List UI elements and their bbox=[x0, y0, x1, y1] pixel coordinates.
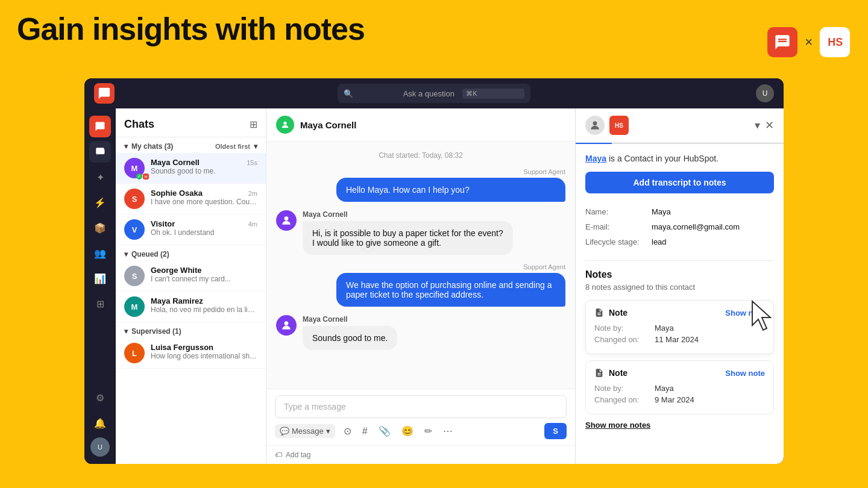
svg-point-4 bbox=[285, 321, 289, 325]
sidebar-item-messages[interactable] bbox=[89, 141, 111, 163]
note-2-changed-row: Changed on: 9 Mar 2024 bbox=[594, 395, 765, 404]
circle-icon-btn[interactable]: ⊙ bbox=[341, 423, 354, 439]
input-toolbar: 💬 Message ▾ ⊙ # 📎 😊 ✏ ⋯ S bbox=[275, 423, 567, 439]
agent-label-1: Support Agent bbox=[276, 168, 565, 175]
agent-msg-1: Support Agent Hello Maya. How can I help… bbox=[276, 168, 565, 202]
sidebar-item-analytics[interactable]: 📊 bbox=[89, 267, 111, 289]
maya-ramirez-info: Maya Ramirez Hola, no veo mi pedido en l… bbox=[151, 296, 257, 317]
note-1-changed-row: Changed on: 11 Mar 2024 bbox=[594, 335, 765, 344]
notes-subtitle: 8 notes assigned to this contact bbox=[585, 283, 774, 292]
right-panel: HS ▾ ✕ Maya is a Contact in your HubSpot… bbox=[576, 108, 784, 464]
search-placeholder: Ask a question bbox=[403, 89, 458, 98]
rp-contact-link[interactable]: Maya bbox=[585, 154, 606, 163]
chat-header-name: Maya Cornell bbox=[300, 120, 356, 130]
sort-dropdown[interactable]: Oldest first bbox=[215, 143, 250, 150]
chat-item-maya-cornell[interactable]: M ✓ H Maya Cornell 15s Sounds good to me… bbox=[116, 153, 266, 184]
note-1-meta: Note by: Maya Changed on: 11 Mar 2024 bbox=[594, 324, 765, 344]
filter-icon[interactable]: ⊞ bbox=[250, 119, 257, 130]
show-note-1-link[interactable]: Show note bbox=[725, 308, 765, 318]
luisa-fergusson-info: Luisa Fergusson How long does internatio… bbox=[151, 343, 257, 363]
sidebar-item-contacts[interactable]: 👥 bbox=[89, 242, 111, 264]
customer-avatar-2 bbox=[276, 315, 297, 336]
agent-bubble-2: We have the option of purchasing online … bbox=[336, 273, 565, 307]
customer-msg-1: Maya Cornell Hi, is it possible to buy a… bbox=[276, 210, 565, 255]
note-2-label: Note bbox=[594, 368, 627, 378]
rp-lifecycle-row: Lifecycle stage: lead bbox=[585, 234, 774, 249]
sidebar-item-chat[interactable] bbox=[89, 116, 111, 137]
chat-item-luisa-fergusson[interactable]: L Luisa Fergusson How long does internat… bbox=[116, 338, 266, 369]
sidebar-item-archive[interactable]: 📦 bbox=[89, 217, 111, 239]
right-panel-header: HS ▾ ✕ bbox=[576, 108, 784, 143]
sidebar-item-bolt[interactable]: ⚡ bbox=[89, 192, 111, 213]
sidebar-item-settings[interactable]: ⚙ bbox=[89, 387, 111, 408]
hash-icon-btn[interactable]: # bbox=[360, 424, 370, 439]
note-2-by-row: Note by: Maya bbox=[594, 384, 765, 393]
rp-chevron-icon[interactable]: ▾ bbox=[755, 119, 760, 132]
chat-item-visitor[interactable]: V Visitor 4m Oh ok. I understand bbox=[116, 214, 266, 245]
svg-text:HS: HS bbox=[828, 36, 843, 48]
app-body: ✦ ⚡ 📦 👥 📊 ⊞ ⚙ 🔔 U Chats ⊞ ▾ My chats (3)… bbox=[84, 108, 784, 464]
attachment-icon-btn[interactable]: 📎 bbox=[376, 423, 393, 439]
rp-info-table: Name: Maya E-mail: maya.cornell@gmail.co… bbox=[585, 204, 774, 249]
customer-content-1: Maya Cornell Hi, is it possible to buy a… bbox=[303, 210, 513, 255]
signature-icon-btn[interactable]: ✏ bbox=[422, 423, 435, 439]
rp-divider bbox=[585, 260, 774, 261]
message-type-btn[interactable]: 💬 Message ▾ bbox=[275, 424, 335, 438]
customer-bubble-1: Hi, is it possible to buy a paper ticket… bbox=[303, 221, 513, 255]
sidebar-item-bell[interactable]: 🔔 bbox=[89, 412, 111, 434]
rp-tabs bbox=[634, 122, 750, 129]
verified-badge: ✓ bbox=[136, 174, 142, 180]
luisa-fergusson-avatar: L bbox=[124, 343, 145, 363]
send-button[interactable]: S bbox=[544, 423, 567, 439]
note-1-label: Note bbox=[594, 308, 627, 318]
topbar-user-avatar[interactable]: U bbox=[756, 84, 774, 102]
chat-item-george-white[interactable]: S George White I can't connect my card..… bbox=[116, 261, 266, 292]
note-1-by-row: Note by: Maya bbox=[594, 324, 765, 333]
chat-item-maya-ramirez[interactable]: M Maya Ramirez Hola, no veo mi pedido en… bbox=[116, 292, 266, 322]
rp-body: Maya is a Contact in your HubSpot. Add t… bbox=[576, 144, 784, 464]
visitor-info: Visitor 4m Oh ok. I understand bbox=[151, 219, 257, 240]
search-bar[interactable]: 🔍 Ask a question ⌘K bbox=[338, 84, 530, 103]
sidebar-nav-bottom: ⚙ 🔔 U bbox=[89, 387, 111, 457]
add-tag-row[interactable]: 🏷 Add tag bbox=[266, 445, 575, 464]
emoji-icon-btn[interactable]: 😊 bbox=[399, 423, 416, 439]
add-transcript-button[interactable]: Add transcript to notes bbox=[585, 172, 774, 193]
app-window: 🔍 Ask a question ⌘K U ✦ ⚡ 📦 👥 📊 ⊞ ⚙ 🔔 U bbox=[84, 78, 784, 464]
maya-ramirez-avatar: M bbox=[124, 296, 145, 317]
note-card-2-header: Note Show note bbox=[594, 368, 765, 378]
sophie-osaka-avatar: S bbox=[124, 189, 145, 209]
rp-hubspot-badge: HS bbox=[609, 116, 629, 135]
sidebar-item-user-avatar[interactable]: U bbox=[90, 437, 110, 457]
chat-icon-button[interactable] bbox=[767, 27, 797, 57]
note-card-2: Note Show note Note by: Maya Changed on:… bbox=[585, 360, 774, 414]
customer-bubble-2: Sounds good to me. bbox=[303, 326, 397, 350]
more-icon-btn[interactable]: ⋯ bbox=[441, 423, 455, 439]
chat-list-header: Chats ⊞ bbox=[116, 108, 266, 137]
chat-header: Maya Cornell bbox=[266, 108, 575, 142]
section-my-chats: ▾ My chats (3) Oldest first ▾ bbox=[116, 137, 266, 153]
customer-avatar-1 bbox=[276, 210, 297, 231]
close-icon[interactable]: × bbox=[805, 34, 813, 50]
hubspot-icon-top[interactable]: HS bbox=[820, 27, 850, 57]
chat-list-panel: Chats ⊞ ▾ My chats (3) Oldest first ▾ M … bbox=[116, 108, 266, 464]
sidebar-item-loader[interactable]: ✦ bbox=[89, 166, 111, 188]
show-note-2-link[interactable]: Show note bbox=[725, 369, 765, 378]
search-icon: 🔍 bbox=[344, 89, 398, 98]
chat-messages: Chat started: Today, 08:32 Support Agent… bbox=[266, 142, 575, 389]
customer-msg-2: Maya Cornell Sounds good to me. bbox=[276, 315, 565, 350]
hubspot-badge: H bbox=[143, 174, 149, 180]
show-more-notes-link[interactable]: Show more notes bbox=[585, 421, 774, 430]
sidebar-item-apps[interactable]: ⊞ bbox=[89, 293, 111, 314]
section-supervised: ▾ Supervised (1) bbox=[116, 322, 266, 338]
chat-item-sophie-osaka[interactable]: S Sophie Osaka 2m I have one more questi… bbox=[116, 184, 266, 214]
customer-content-2: Maya Cornell Sounds good to me. bbox=[303, 315, 397, 350]
svg-point-3 bbox=[285, 216, 289, 221]
section-queued: ▾ Queued (2) bbox=[116, 245, 266, 261]
svg-point-5 bbox=[593, 121, 597, 125]
message-input[interactable]: Type a message bbox=[275, 395, 567, 418]
sidebar-nav: ✦ ⚡ 📦 👥 📊 ⊞ ⚙ 🔔 U bbox=[84, 108, 116, 464]
rp-close-icon[interactable]: ✕ bbox=[765, 119, 774, 132]
maya-cornell-info: Maya Cornell 15s Sounds good to me. bbox=[151, 158, 257, 178]
chat-header-avatar bbox=[276, 116, 294, 134]
rp-email-row: E-mail: maya.cornell@gmail.com bbox=[585, 219, 774, 234]
